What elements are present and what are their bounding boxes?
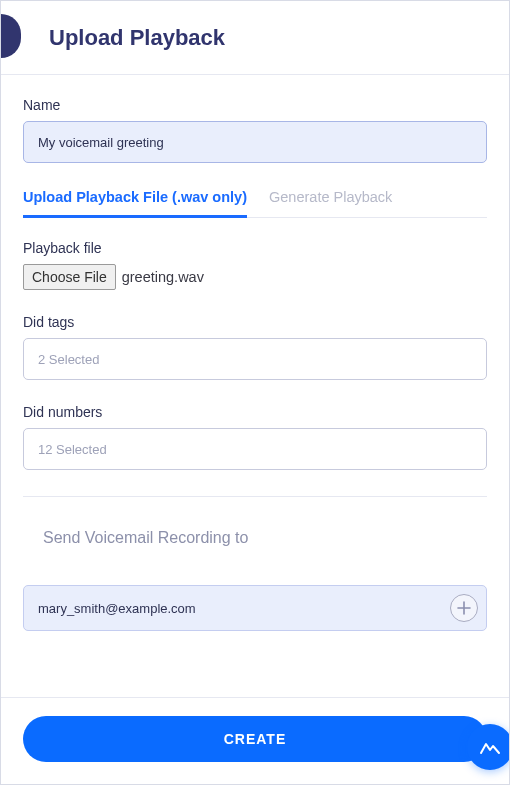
- choose-file-button[interactable]: Choose File: [23, 264, 116, 290]
- email-row: mary_smith@example.com: [23, 585, 487, 631]
- tab-generate[interactable]: Generate Playback: [269, 189, 392, 217]
- create-button[interactable]: CREATE: [23, 716, 487, 762]
- playback-file-label: Playback file: [23, 240, 487, 256]
- tabs: Upload Playback File (.wav only) Generat…: [23, 189, 487, 218]
- did-numbers-value: 12 Selected: [38, 442, 107, 457]
- plus-icon: [457, 601, 471, 615]
- recipient-email: mary_smith@example.com: [38, 601, 440, 616]
- did-tags-group: Did tags 2 Selected: [23, 314, 487, 380]
- dialog-footer: CREATE: [1, 697, 509, 784]
- selected-filename: greeting.wav: [122, 269, 204, 285]
- file-row: Choose File greeting.wav: [23, 264, 487, 290]
- name-label: Name: [23, 97, 487, 113]
- did-numbers-group: Did numbers 12 Selected: [23, 404, 487, 470]
- send-to-title: Send Voicemail Recording to: [43, 529, 487, 547]
- name-input[interactable]: [23, 121, 487, 163]
- form-area: Name Upload Playback File (.wav only) Ge…: [1, 75, 509, 641]
- mountain-icon: [479, 738, 501, 756]
- did-numbers-label: Did numbers: [23, 404, 487, 420]
- dialog-header: Upload Playback: [1, 1, 509, 75]
- section-divider: [23, 496, 487, 497]
- did-tags-value: 2 Selected: [38, 352, 99, 367]
- tab-upload[interactable]: Upload Playback File (.wav only): [23, 189, 247, 218]
- did-numbers-select[interactable]: 12 Selected: [23, 428, 487, 470]
- playback-file-section: Playback file Choose File greeting.wav: [23, 240, 487, 290]
- add-recipient-button[interactable]: [450, 594, 478, 622]
- header-badge-icon: [1, 14, 21, 58]
- floating-action-button[interactable]: [467, 724, 510, 770]
- did-tags-label: Did tags: [23, 314, 487, 330]
- did-tags-select[interactable]: 2 Selected: [23, 338, 487, 380]
- dialog-title: Upload Playback: [49, 25, 225, 51]
